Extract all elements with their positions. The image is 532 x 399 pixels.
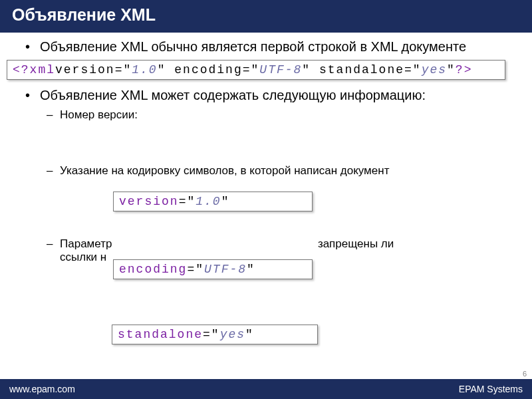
cb-encoding-val: UTF-8 <box>204 263 247 276</box>
sub-standalone-mid: запрещены ли <box>318 237 394 250</box>
footer-left: www.epam.com <box>9 384 75 394</box>
code-close: ?> <box>456 63 473 76</box>
code-xml-declaration: <?xmlversion="1.0" encoding="UTF-8" stan… <box>7 60 505 80</box>
bullet-1: Объявление XML обычно является первой ст… <box>20 39 512 55</box>
slide-title: Объявление XML <box>12 5 156 24</box>
code-attr-encoding: encoding <box>174 63 242 76</box>
code-attr-version: version <box>55 63 115 76</box>
code-val-standalone: yes <box>422 63 447 76</box>
slide-header: Объявление XML <box>0 0 532 33</box>
code-val-encoding: UTF-8 <box>259 63 302 76</box>
code-val-version: 1.0 <box>132 63 157 76</box>
footer-right: EPAM Systems <box>459 384 523 394</box>
slide-footer: www.epam.com EPAM Systems <box>0 379 532 399</box>
code-box-standalone: standalone="yes" <box>112 325 318 344</box>
cb-encoding-attr: encoding <box>119 263 187 276</box>
cb-standalone-attr: standalone <box>118 328 203 341</box>
cb-standalone-val: yes <box>220 328 245 341</box>
sub-standalone-prefix: Параметр <box>60 237 112 250</box>
cb-version-val: 1.0 <box>196 195 221 208</box>
sub-version: Номер версии: <box>40 108 512 162</box>
bullet-2: Объявление XML может содержать следующую… <box>20 88 512 264</box>
page-number: 6 <box>523 370 527 378</box>
cb-version-attr: version <box>119 195 179 208</box>
sub-encoding-text: Указание на кодировку символов, в которо… <box>60 164 389 177</box>
sub-version-text: Номер версии: <box>60 108 138 121</box>
code-open: <?xml <box>13 63 55 76</box>
slide-content: Объявление XML обычно является первой ст… <box>0 33 532 264</box>
code-box-version: version="1.0" <box>113 192 313 211</box>
code-attr-standalone: standalone <box>319 63 404 76</box>
sub-standalone-after: ссылки н <box>60 251 106 263</box>
code-box-encoding: encoding="UTF-8" <box>113 259 313 279</box>
bullet-2-text: Объявление XML может содержать следующую… <box>40 88 426 102</box>
bullet-1-text: Объявление XML обычно является первой ст… <box>40 39 466 54</box>
